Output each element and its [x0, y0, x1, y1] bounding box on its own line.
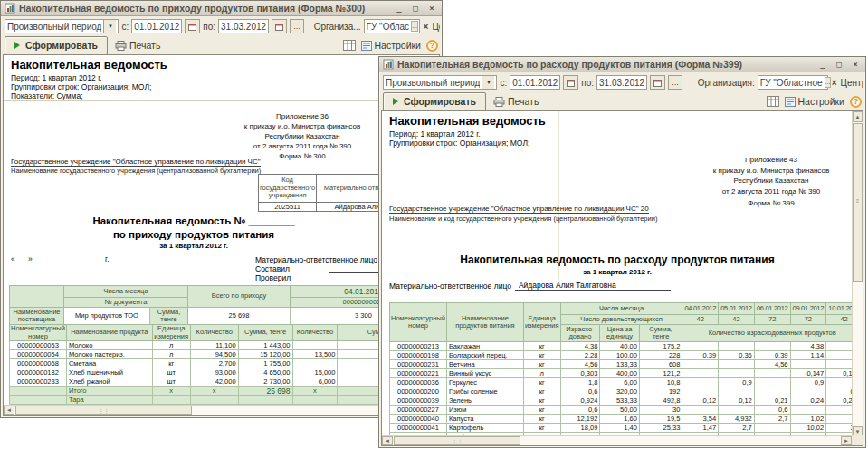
from-label: с: [121, 22, 129, 32]
minimize-icon[interactable]: _ [393, 3, 405, 14]
doc-subtitle: за 1 квартал 2012 г. [4, 242, 384, 250]
scroll-up-icon[interactable]: ▲ [853, 111, 863, 122]
cell: кг [523, 415, 560, 424]
printer-icon [115, 41, 127, 51]
scroll-left-icon[interactable]: ◄ [4, 406, 14, 415]
cell: 00000000221 [390, 369, 447, 378]
date-to-input[interactable]: 31.03.2012 [596, 75, 647, 90]
cell: шт [152, 368, 190, 377]
scrollbar-thumb[interactable]: ⋮⋮ [15, 406, 192, 415]
cell: Капуста [446, 415, 523, 424]
select-icon[interactable]: ... [411, 21, 418, 32]
cell: 0,36 [719, 351, 755, 360]
generate-button[interactable]: Сформировать [383, 92, 486, 111]
chevron-down-icon[interactable]: ▼ [103, 20, 116, 33]
cell [790, 406, 826, 415]
scroll-left-icon[interactable]: ◄ [382, 436, 393, 445]
product-row: 00000000053 Молоко л 11,100 1 443,00 [10, 341, 439, 350]
cell: 50,00 [600, 406, 640, 415]
clear-icon[interactable]: × [423, 22, 430, 32]
date-from-input[interactable]: 01.01.2012 [131, 19, 182, 33]
cell [190, 396, 238, 405]
vertical-scrollbar[interactable]: ▲ ≡ ▼ [852, 111, 863, 437]
cell [754, 424, 790, 433]
table-icon[interactable] [767, 96, 779, 107]
help-icon[interactable]: ? [850, 96, 862, 108]
org-input[interactable]: ГУ "Облас... [364, 19, 420, 33]
mol-label: Материально-ответственное лицо [389, 282, 511, 291]
report-period: Период: 1 квартал 2012 г. [389, 129, 481, 139]
titlebar[interactable]: Накопительная ведомость по приходу проду… [1, 1, 442, 16]
col-price-header: Цена за единицу [600, 325, 640, 342]
cell: л [152, 341, 190, 350]
cell: 4,56 [754, 360, 790, 369]
help-icon[interactable]: ? [426, 40, 438, 52]
report-heading: Накопительная ведомость [11, 58, 167, 72]
period-combo[interactable]: Произвольный период ▼ [383, 75, 497, 90]
cell: 25,33 [639, 424, 682, 433]
horizontal-scrollbar[interactable]: ◄ ⋮⋮ ► [4, 405, 439, 415]
cell: кг [523, 360, 560, 369]
calendar-icon[interactable] [563, 75, 578, 90]
filter-toolbar: Произвольный период ▼ с: 01.01.2012 по: … [383, 74, 863, 91]
cell: 10,8 [639, 378, 682, 387]
minimize-icon[interactable]: _ [816, 59, 829, 70]
days-label: Числа месяца [560, 303, 682, 315]
cell: 228 [639, 351, 682, 360]
period-more-button[interactable]: ... [290, 19, 304, 33]
product-row: 00000000068 Сметана кг 2,700 1 755,00 [10, 359, 439, 368]
chevron-down-icon[interactable]: ▼ [482, 76, 494, 89]
calendar-icon[interactable] [185, 19, 200, 33]
scrollbar-thumb[interactable]: ≡ [853, 123, 863, 282]
titlebar[interactable]: Накопительная ведомость по расходу проду… [379, 57, 865, 72]
date-from-input[interactable]: 01.01.2012 [510, 75, 560, 90]
cell: 40,00 [600, 342, 640, 351]
cell: 94,500 [190, 350, 238, 359]
calendar-icon[interactable] [650, 75, 665, 90]
scrollbar-thumb[interactable]: ⋮⋮ [394, 436, 520, 445]
cell: 2,28 [560, 351, 600, 360]
scroll-right-icon[interactable]: ► [841, 436, 852, 445]
cell: 25 698 [238, 387, 292, 396]
maximize-icon[interactable]: □ [833, 59, 845, 70]
persons-label: Число довольствующихся [560, 315, 682, 325]
calendar-icon[interactable] [272, 19, 287, 33]
cell: x [190, 387, 238, 396]
cell: 4,932 [719, 415, 755, 424]
code-value: 2025511 [259, 203, 317, 212]
cell: 00000000213 [390, 342, 447, 351]
cell: 492,8 [639, 396, 682, 406]
cell: 1,47 [682, 424, 719, 433]
cell: 4,38 [560, 342, 600, 351]
institution-name: Государственное учреждение "Областное уп… [11, 158, 261, 166]
col-header: Номенклатурный номер [10, 325, 67, 341]
cell: шт [152, 377, 190, 387]
table-icon[interactable] [343, 40, 356, 51]
play-icon [393, 98, 398, 105]
cell: 00000000231 [390, 360, 447, 369]
cell [238, 396, 292, 405]
print-button[interactable]: Печать [115, 40, 160, 51]
generate-button[interactable]: Сформировать [5, 36, 108, 55]
close-icon[interactable]: × [425, 3, 438, 14]
clear-icon[interactable]: × [831, 78, 838, 88]
settings-button[interactable]: Настройки [361, 40, 422, 51]
cell: 00000000233 [10, 377, 67, 387]
period-more-button[interactable]: ... [668, 75, 682, 90]
days-label: Числа месяца [64, 286, 188, 298]
horizontal-scrollbar[interactable]: ◄ ⋮⋮ ► [382, 435, 852, 445]
period-combo[interactable]: Произвольный период ▼ [5, 19, 119, 33]
org-input[interactable]: ГУ "Областное... [758, 75, 828, 90]
col-spent-header: Израсхо- довано [560, 325, 600, 342]
print-button[interactable]: Печать [493, 96, 539, 107]
cell: 100,00 [600, 351, 640, 360]
col-header: Сумма, тенге [238, 325, 292, 341]
settings-button[interactable]: Настройки [785, 96, 845, 107]
cell: Хлеб пшеничный [66, 368, 152, 377]
close-icon[interactable]: × [849, 59, 862, 70]
cell: 00000000039 [390, 396, 447, 406]
cell: 00000000068 [10, 359, 67, 368]
maximize-icon[interactable]: □ [409, 3, 422, 14]
date-to-input[interactable]: 31.03.2012 [218, 19, 269, 33]
action-toolbar: Сформировать Печать Настройки ? [383, 92, 862, 110]
